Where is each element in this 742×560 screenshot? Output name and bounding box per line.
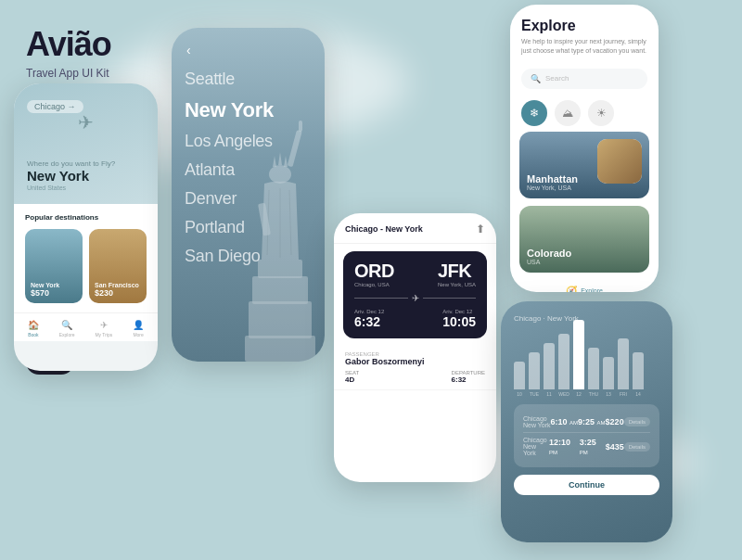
card-sf-bg: San Francisco $230: [89, 229, 147, 303]
nav-trips[interactable]: ✈ My Trips: [95, 320, 112, 337]
price-bar[interactable]: [529, 352, 540, 389]
plane-icon: ✈: [78, 111, 94, 134]
nav-book[interactable]: 🏠 Book: [28, 320, 39, 337]
flight2-price: $435: [606, 442, 624, 452]
flight-route: Chicago - New York: [345, 224, 423, 234]
schedule-route: Chicago · New York: [514, 314, 659, 323]
svg-marker-10: [284, 156, 288, 167]
flight2-arrive-time: 3:25 PM: [580, 438, 606, 456]
flight1-details-btn[interactable]: Details: [624, 417, 650, 426]
filter-mountain[interactable]: ⛰: [555, 100, 581, 126]
duration: 10:05: [442, 314, 476, 329]
book-icon: 🏠: [28, 320, 39, 330]
card-colorado[interactable]: Colorado USA: [519, 206, 649, 273]
destination-city: New York: [27, 168, 115, 185]
passenger-name: Gabor Boszormenyi: [345, 357, 485, 366]
destination-country: United States: [27, 185, 115, 191]
dest-city: New York, USA: [438, 282, 476, 287]
colorado-sub: USA: [527, 259, 571, 265]
phone-explore: Explore We help to inspire your next jou…: [510, 5, 659, 292]
svg-marker-8: [273, 156, 276, 167]
phone1-header: Chicago → ✈ Where do you want to Fly? Ne…: [14, 83, 158, 204]
card-ny-info: New York $570: [31, 282, 59, 298]
dest-airport: JFK New York, USA: [438, 261, 476, 287]
trips-icon: ✈: [100, 320, 108, 330]
brand-title: Avião: [26, 26, 184, 63]
flight2-depart-time: 12:10 PM: [549, 438, 580, 456]
explore-button[interactable]: 🧭 Explore: [510, 280, 659, 292]
price-bar[interactable]: [603, 357, 614, 389]
bar-group: 10: [514, 362, 525, 397]
search-placeholder: Search: [545, 74, 569, 83]
explore-btn-label: Explore: [581, 287, 603, 292]
brand-subtitle: Travel App UI Kit: [26, 67, 184, 80]
statue-illustration: [232, 111, 325, 362]
price-bar[interactable]: [544, 343, 555, 389]
price-bar[interactable]: [573, 320, 584, 389]
bar-label: TUE: [530, 391, 539, 397]
phone-schedule: Chicago · New York 10TUE11WED12THU13FRI1…: [501, 301, 672, 542]
city-seattle[interactable]: Seattle: [185, 65, 312, 94]
flight1-dest: New York: [523, 422, 551, 428]
bar-group: FRI: [618, 338, 629, 397]
price-bar[interactable]: [558, 334, 569, 389]
nav-explore-label: Explore: [59, 332, 75, 337]
manhattan-sub: New York, USA: [527, 185, 578, 191]
flight1-depart-time: 6:10 AM: [551, 417, 579, 426]
nav-more-label: More: [133, 332, 143, 337]
flight-row-2: Chicago New York 12:10 PM 3:25 PM $435 D…: [523, 432, 650, 460]
continue-button[interactable]: Continue: [514, 475, 659, 495]
bar-label: 13: [606, 391, 611, 397]
card-manhattan[interactable]: Manhattan New York, USA: [519, 132, 649, 198]
passenger-details-row: SEAT 4D DEPARTURE 6:32: [345, 370, 485, 384]
dest-card-sf[interactable]: San Francisco $230: [89, 229, 147, 303]
depart-time: 6:32: [354, 314, 384, 329]
line-right: [423, 298, 477, 299]
svg-rect-16: [252, 276, 308, 304]
airports-row: ORD Chicago, USA JFK New York, USA: [354, 261, 476, 287]
flight2-details-btn[interactable]: Details: [624, 442, 650, 452]
phone-city-list: ‹ Seattle New York Los Angeles Atlanta D…: [172, 28, 325, 362]
origin-code: ORD: [354, 261, 394, 282]
share-icon[interactable]: ⬆: [476, 223, 485, 235]
phone5-inner: Chicago · New York 10TUE11WED12THU13FRI1…: [501, 301, 672, 542]
svg-marker-9: [278, 152, 282, 165]
flight-line: ✈: [354, 293, 476, 303]
price-bar[interactable]: [618, 338, 629, 389]
back-arrow-icon[interactable]: ‹: [186, 43, 191, 57]
nav-trips-label: My Trips: [95, 332, 112, 337]
colorado-label: Colorado: [527, 248, 571, 259]
filter-row: ❄ ⛰ ☀: [510, 95, 659, 132]
card-ny-label: New York: [31, 282, 59, 288]
flight2-depart: 12:10 PM: [549, 438, 580, 456]
filter-sun[interactable]: ☀: [588, 100, 614, 126]
search-icon: 🔍: [531, 74, 541, 83]
nav-more[interactable]: 👤 More: [133, 320, 144, 337]
flight1-origin: Chicago: [523, 415, 551, 422]
phone2-inner: ‹ Seattle New York Los Angeles Atlanta D…: [172, 28, 325, 362]
svg-rect-17: [249, 301, 312, 338]
price-bar[interactable]: [588, 348, 599, 389]
svg-rect-6: [299, 121, 302, 132]
destination-info: Where do you want to Fly? New York Unite…: [27, 159, 115, 191]
bar-group: TUE: [529, 352, 540, 397]
bottom-nav: 🏠 Book 🔍 Explore ✈ My Trips 👤 More: [14, 312, 158, 341]
price-bar[interactable]: [633, 352, 644, 389]
card-ny-price: $570: [31, 288, 59, 298]
explore-btn-icon: 🧭: [566, 286, 577, 292]
bar-label: 14: [635, 391, 641, 397]
departure-detail: DEPARTURE 6:32: [452, 370, 485, 384]
nav-explore[interactable]: 🔍 Explore: [59, 320, 75, 337]
dest-card-ny[interactable]: New York $570: [25, 229, 83, 303]
bar-group: THU: [588, 348, 599, 397]
flight1-arrive: 9:25 AM: [578, 417, 606, 426]
colorado-info: Colorado USA: [527, 248, 571, 265]
search-bar[interactable]: 🔍 Search: [521, 69, 647, 89]
bar-group: WED: [558, 334, 569, 397]
plane-small-icon: ✈: [412, 293, 419, 303]
flight2-cities: Chicago New York: [523, 437, 549, 456]
price-bar[interactable]: [514, 362, 525, 389]
manhattan-info: Manhattan New York, USA: [527, 173, 578, 191]
depart-date: Ariv. Dec 12 6:32: [354, 309, 384, 329]
filter-winter[interactable]: ❄: [521, 100, 547, 126]
